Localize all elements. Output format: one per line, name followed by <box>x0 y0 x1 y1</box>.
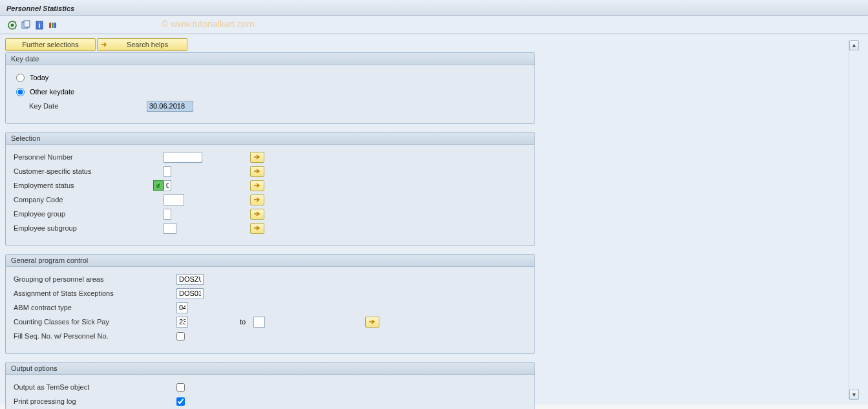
svg-point-1 <box>11 23 14 26</box>
assignment-label: Assignment of Stats Exceptions <box>11 289 176 297</box>
main-content: Further selections Search helps Key date… <box>0 34 868 404</box>
page-title: Personnel Statistics <box>6 5 74 12</box>
other-keydate-label: Other keydate <box>30 88 74 96</box>
selection-group: Selection Personnel Number Customer-spec… <box>5 132 535 246</box>
employee-group-multi-button[interactable] <box>250 209 264 220</box>
personnel-number-multi-button[interactable] <box>250 152 264 163</box>
abm-input[interactable] <box>176 302 188 313</box>
variant-icon[interactable] <box>20 19 32 31</box>
employee-group-input[interactable] <box>164 209 171 220</box>
abm-label: ABM contract type <box>11 304 176 311</box>
further-selections-button[interactable]: Further selections <box>5 38 96 51</box>
button-row: Further selections Search helps <box>5 38 863 51</box>
selection-header: Selection <box>6 132 535 145</box>
output-header: Output options <box>6 362 535 375</box>
company-code-multi-button[interactable] <box>250 194 264 205</box>
assignment-input[interactable] <box>176 288 204 299</box>
search-helps-button[interactable]: Search helps <box>97 38 187 51</box>
personnel-number-label: Personnel Number <box>11 153 153 161</box>
key-date-input[interactable] <box>147 101 193 112</box>
scroll-up-icon[interactable]: ▲ <box>849 40 859 50</box>
employee-group-label: Employee group <box>11 210 153 218</box>
counting-from-input[interactable] <box>176 317 188 328</box>
svg-rect-9 <box>52 23 54 28</box>
counting-multi-button[interactable] <box>365 317 379 328</box>
fill-seq-checkbox[interactable] <box>176 332 185 341</box>
grouping-input[interactable] <box>176 274 204 285</box>
employee-subgroup-label: Employee subgroup <box>11 224 153 232</box>
customer-status-input[interactable] <box>164 166 171 177</box>
svg-rect-10 <box>54 23 56 28</box>
employment-status-label: Employment status <box>11 182 153 189</box>
not-equal-icon[interactable]: ≠ <box>153 180 164 191</box>
company-code-label: Company Code <box>11 196 153 204</box>
color-bars-icon[interactable] <box>47 19 59 31</box>
output-group: Output options Output as TemSe object Pr… <box>5 362 535 409</box>
svg-rect-8 <box>49 23 51 28</box>
svg-rect-5 <box>24 21 30 27</box>
to-label: to <box>240 318 246 326</box>
company-code-input[interactable] <box>164 194 184 205</box>
today-radio[interactable] <box>16 74 25 82</box>
fill-seq-label: Fill Seq. No. w/ Personnel No. <box>11 332 176 340</box>
gpc-group: General program control Grouping of pers… <box>5 254 535 354</box>
counting-to-input[interactable] <box>253 317 265 328</box>
execute-icon[interactable] <box>6 19 18 31</box>
svg-text:i: i <box>38 21 40 29</box>
counting-label: Counting Classes for Sick Pay <box>11 318 176 326</box>
key-date-header: Key date <box>6 53 535 65</box>
print-log-label: Print processing log <box>11 397 176 405</box>
customer-status-multi-button[interactable] <box>250 166 264 177</box>
employee-subgroup-input[interactable] <box>164 223 176 234</box>
watermark-text: © www.tutorialkart.com <box>162 19 254 29</box>
title-bar: Personnel Statistics <box>0 0 868 16</box>
grouping-label: Grouping of personnel areas <box>11 275 176 283</box>
employee-subgroup-multi-button[interactable] <box>250 223 264 234</box>
key-date-group: Key date Today Other keydate Key Date <box>5 52 535 124</box>
temse-label: Output as TemSe object <box>11 383 176 391</box>
today-label: Today <box>30 74 48 81</box>
scroll-down-icon[interactable]: ▼ <box>849 390 859 400</box>
vertical-scrollbar[interactable]: ▲ ▼ <box>849 40 859 400</box>
customer-status-label: Customer-specific status <box>11 167 153 175</box>
other-keydate-radio[interactable] <box>16 88 25 96</box>
key-date-label: Key Date <box>11 102 144 110</box>
further-selections-label: Further selections <box>22 41 78 48</box>
info-icon[interactable]: i <box>34 19 45 31</box>
app-toolbar: i © www.tutorialkart.com <box>0 16 868 34</box>
search-helps-label: Search helps <box>127 41 168 48</box>
employment-status-multi-button[interactable] <box>250 180 264 191</box>
gpc-header: General program control <box>6 255 535 267</box>
employment-status-input[interactable] <box>164 180 171 191</box>
personnel-number-input[interactable] <box>164 152 202 163</box>
arrow-right-icon <box>100 41 108 48</box>
temse-checkbox[interactable] <box>176 383 185 392</box>
print-log-checkbox[interactable] <box>176 397 185 406</box>
